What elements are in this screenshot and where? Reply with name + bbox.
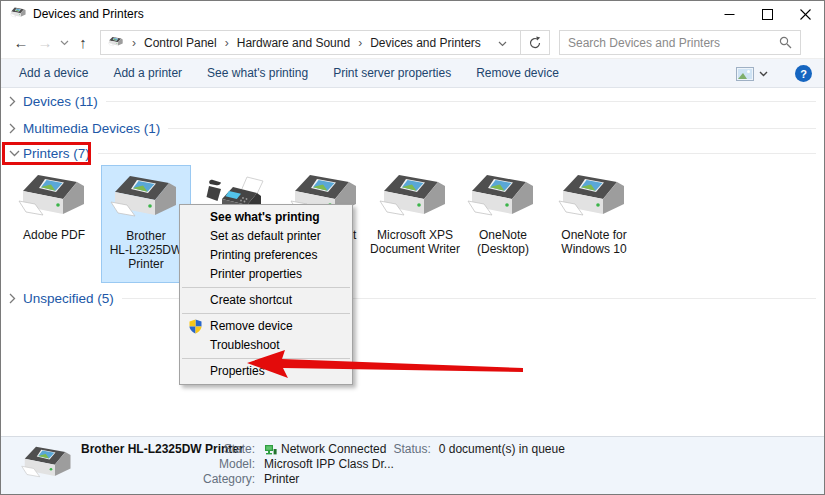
menu-item-label: See what's printing	[210, 210, 320, 224]
breadcrumb-separator: ›	[217, 36, 237, 50]
printer-label: OneNote for Windows 10	[549, 228, 639, 256]
state-label: State:	[191, 442, 255, 457]
refresh-button[interactable]	[520, 31, 549, 54]
address-bar[interactable]: › Control Panel›Hardware and Sound›Devic…	[100, 30, 550, 55]
group-label: Devices (11)	[23, 94, 98, 109]
menu-separator	[182, 287, 350, 288]
category-label: Category:	[191, 472, 255, 487]
maximize-button[interactable]	[748, 1, 786, 27]
menu-item-label: Properties	[210, 364, 265, 378]
toolbar-print-server-properties[interactable]: Print server properties	[333, 66, 451, 80]
printer-item-onenote-windows10[interactable]: OneNote for Windows 10	[549, 165, 639, 283]
menu-item-label: Remove device	[210, 319, 293, 333]
breadcrumb-item[interactable]: Hardware and Sound	[237, 36, 350, 50]
breadcrumb-item[interactable]: Control Panel	[144, 36, 217, 50]
status-value: 0 document(s) in queue	[439, 442, 565, 457]
group-label: Unspecified (5)	[23, 291, 114, 306]
model-value: Microsoft IPP Class Dr...	[264, 457, 394, 472]
menu-item-create-shortcut[interactable]: Create shortcut	[180, 291, 352, 310]
menu-item-label: Printing preferences	[210, 248, 317, 262]
status-bar: Brother HL-L2325DW Printer State: Netw	[1, 436, 824, 494]
change-view-button[interactable]	[736, 67, 773, 81]
toolbar-add-a-device[interactable]: Add a device	[19, 66, 88, 80]
printers-list: Adobe PDF Brother HL-L2325DW Printer t M…	[1, 165, 824, 287]
app-printer-icon	[10, 7, 26, 21]
breadcrumb-separator: ›	[350, 36, 370, 50]
toolbar-remove-device[interactable]: Remove device	[476, 66, 559, 80]
titlebar: Devices and Printers	[1, 1, 824, 27]
printer-label: Brother HL-L2325DW Printer	[102, 229, 190, 271]
close-button[interactable]	[786, 1, 824, 27]
breadcrumb-printer-icon	[108, 36, 124, 50]
group-divider-line	[168, 128, 816, 129]
group-header-printers-7-[interactable]: Printers (7)	[9, 143, 816, 163]
chevron-right-icon[interactable]	[9, 96, 21, 107]
printer-item-adobe-pdf[interactable]: Adobe PDF	[9, 165, 99, 283]
printer-item-onenote-desktop[interactable]: OneNote (Desktop)	[458, 165, 548, 283]
status-label: Status:	[393, 442, 430, 457]
forward-button[interactable]: →	[33, 31, 57, 55]
printer-label: OneNote (Desktop)	[458, 228, 548, 256]
printer-icon	[379, 174, 451, 226]
group-header-devices-11-[interactable]: Devices (11)	[9, 91, 816, 111]
printer-label: Adobe PDF	[9, 228, 99, 242]
printer-icon	[18, 174, 90, 226]
window-title: Devices and Printers	[33, 7, 144, 21]
minimize-button[interactable]	[710, 1, 748, 27]
printer-label: Microsoft XPS Document Writer	[370, 228, 460, 256]
model-label: Model:	[191, 457, 255, 472]
printer-item-brother-hl-l2325dw[interactable]: Brother HL-L2325DW Printer	[101, 165, 191, 283]
status-printer-icon	[21, 446, 75, 488]
menu-item-label: Troubleshoot	[210, 338, 280, 352]
navigation-bar: ← → ↑ › Control Panel›Hardware and Sound…	[1, 27, 824, 59]
chevron-down-icon[interactable]	[9, 150, 21, 157]
printer-item-microsoft-xps[interactable]: Microsoft XPS Document Writer	[370, 165, 460, 283]
group-header-unspecified-5-[interactable]: Unspecified (5)	[9, 288, 816, 308]
menu-item-label: Create shortcut	[210, 293, 292, 307]
menu-separator	[182, 313, 350, 314]
help-button[interactable]: ?	[795, 65, 812, 82]
group-label: Multimedia Devices (1)	[23, 121, 160, 136]
menu-item-label: Printer properties	[210, 267, 302, 281]
chevron-right-icon[interactable]	[9, 123, 21, 134]
context-menu: See what's printingSet as default printe…	[179, 204, 353, 385]
back-button[interactable]: ←	[9, 31, 33, 55]
menu-item-properties[interactable]: Properties	[180, 362, 352, 381]
devices-and-printers-window: Devices and Printers ← → ↑	[0, 0, 825, 495]
toolbar-see-what-s-printing[interactable]: See what's printing	[207, 66, 308, 80]
network-icon	[264, 444, 277, 456]
group-divider-line	[98, 153, 816, 154]
command-toolbar: Add a deviceAdd a printerSee what's prin…	[1, 59, 824, 88]
menu-item-troubleshoot[interactable]: Troubleshoot	[180, 336, 352, 355]
recent-pages-chevron-icon[interactable]	[57, 31, 71, 55]
uac-shield-icon	[188, 319, 203, 334]
menu-separator	[182, 358, 350, 359]
chevron-right-icon[interactable]	[9, 293, 21, 304]
breadcrumb-separator: ›	[124, 36, 144, 50]
printer-icon	[558, 174, 630, 226]
toolbar-add-a-printer[interactable]: Add a printer	[113, 66, 182, 80]
search-input[interactable]	[560, 36, 779, 50]
content-area: Devices (11)Multimedia Devices (1)Printe…	[1, 89, 824, 436]
printer-icon	[110, 175, 182, 227]
breadcrumb: Control Panel›Hardware and Sound›Devices…	[144, 36, 481, 50]
breadcrumb-item[interactable]: Devices and Printers	[370, 36, 481, 50]
search-box[interactable]	[559, 30, 801, 55]
group-divider-line	[106, 101, 816, 102]
menu-item-remove-device[interactable]: Remove device	[180, 317, 352, 336]
menu-item-printing-preferences[interactable]: Printing preferences	[180, 246, 352, 265]
printer-icon	[467, 174, 539, 226]
address-dropdown-chevron-icon[interactable]	[492, 36, 513, 50]
search-icon	[779, 36, 800, 49]
menu-item-label: Set as default printer	[210, 229, 321, 243]
menu-item-see-what-s-printing[interactable]: See what's printing	[180, 208, 352, 227]
view-mode-icon	[736, 67, 754, 81]
group-label: Printers (7)	[23, 146, 90, 161]
menu-item-set-as-default-printer[interactable]: Set as default printer	[180, 227, 352, 246]
view-dropdown-chevron-icon	[759, 71, 768, 77]
group-header-multimedia-devices-1-[interactable]: Multimedia Devices (1)	[9, 118, 816, 138]
category-value: Printer	[264, 472, 299, 487]
menu-item-printer-properties[interactable]: Printer properties	[180, 265, 352, 284]
state-value: Network Connected	[281, 442, 386, 457]
up-button[interactable]: ↑	[71, 31, 95, 55]
